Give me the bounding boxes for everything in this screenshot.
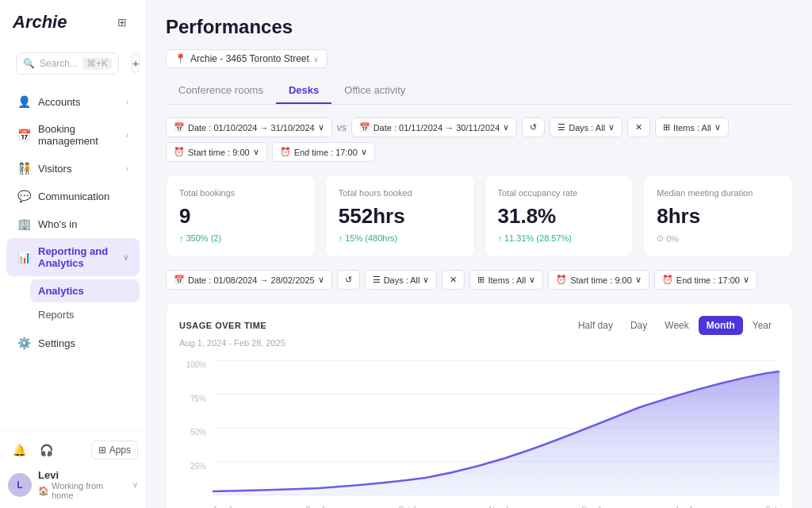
end-time-filter-bottom[interactable]: ⏰ End time : 17:00 ∨ [654,270,757,290]
accounts-icon: 👤 [17,95,30,108]
start-time-filter[interactable]: ⏰ Start time : 9:00 ∨ [166,142,267,162]
sidebar-bottom: 🔔 🎧 ⊞ Apps L Levi 🏠 Working from home ∨ [0,430,146,508]
x-axis: Aug 1 Sep 1 Oct 1 Nov 1 Dec 1 Jan 1 Feb [213,500,779,508]
tab-office[interactable]: Office activity [331,78,418,104]
chevron-icon: ∨ [635,275,642,285]
sidebar-item-visitors[interactable]: 🧑‍🤝‍🧑 Visitors › [6,155,140,182]
stats-grid: Total bookings 9 ↑ 350% (2) Total hours … [166,175,793,257]
stat-card-duration: Median meeting duration 8hrs ⊙ 0% [643,175,793,257]
stat-change: ↑ 350% (2) [179,233,302,243]
calendar-icon-2: 📅 [359,122,370,133]
stat-value: 8hrs [657,204,779,229]
x-label: Oct 1 [398,506,417,509]
month-btn[interactable]: Month [699,316,743,335]
chart-area: 100% 75% 50% 25% [179,360,779,508]
items-filter[interactable]: ⊞ Items : All ∨ [655,117,729,137]
refresh-filter-bottom[interactable]: ↺ [337,270,360,290]
calendar-icon: 📅 [174,275,185,285]
reset-filter-bottom[interactable]: ✕ [442,270,465,290]
add-button[interactable]: + [132,54,140,73]
sidebar-item-communication[interactable]: 💬 Communication [6,183,140,210]
stat-change: ↑ 11.31% (28.57%) [498,233,621,243]
sidebar-item-reporting[interactable]: 📊 Reporting and Analytics ∨ [6,238,140,276]
arrow-up-icon: ↑ [498,233,503,243]
location-text: Archie - 3465 Toronto Street [190,53,309,64]
x-label: Aug 1 [213,506,233,509]
date-filter-2[interactable]: 📅 Date : 01/11/2024 → 30/11/2024 ∨ [351,117,518,137]
chevron-icon: ∨ [361,147,367,157]
sidebar-item-label: Reporting and Analytics [38,245,115,269]
sidebar-item-accounts[interactable]: 👤 Accounts › [6,88,140,115]
stat-change: ↑ 15% (480hrs) [339,233,462,243]
stat-value: 552hrs [339,204,462,229]
bell-icon[interactable]: 🔔 [8,439,30,461]
chart-title: USAGE OVER TIME [179,321,266,330]
days-filter[interactable]: ☰ Days : All ∨ [550,117,622,137]
reset-filter[interactable]: ✕ [627,117,650,137]
search-placeholder: Search... [40,58,78,69]
week-btn[interactable]: Week [657,316,696,335]
chevron-icon: ∨ [423,275,429,285]
headset-icon[interactable]: 🎧 [35,439,57,461]
day-btn[interactable]: Day [622,316,655,335]
date-filter-bottom[interactable]: 📅 Date : 01/08/2024 → 28/02/2025 ∨ [166,270,332,290]
sidebar-nav: 👤 Accounts › 📅 Booking management › 🧑‍🤝‍… [0,83,146,430]
y-axis: 100% 75% 50% 25% [179,360,213,495]
tab-conference[interactable]: Conference rooms [166,78,276,104]
location-chevron-icon: ∨ [313,55,319,64]
list-icon: ☰ [557,122,565,133]
sidebar-item-reports[interactable]: Reports [30,303,140,326]
sidebar-item-label: Who's in [38,218,77,230]
avatar: L [8,473,32,497]
chevron-icon: › [126,164,128,173]
bottom-icons: 🔔 🎧 ⊞ Apps [8,439,138,461]
settings-icon: ⚙️ [17,337,30,349]
search-input[interactable]: 🔍 Search... ⌘+K [16,52,119,75]
x-label: Dec 1 [582,506,603,509]
x-label: Nov 1 [489,506,510,509]
booking-icon: 📅 [17,129,30,141]
chevron-icon: ∨ [253,147,259,157]
stat-card-occupancy: Total occupancy rate 31.8% ↑ 11.31% (28.… [485,175,634,257]
date-filter-1[interactable]: 📅 Date : 01/10/2024 → 31/10/2024 ∨ [166,117,332,137]
items-filter-bottom[interactable]: ⊞ Items : All ∨ [469,270,543,290]
main-body: 📅 Date : 01/10/2024 → 31/10/2024 ∨ vs 📅 … [147,105,812,508]
sidebar-item-settings[interactable]: ⚙️ Settings [6,329,140,356]
tab-desks[interactable]: Desks [276,78,331,104]
sidebar-item-whosin[interactable]: 🏢 Who's in [6,210,140,237]
location-badge[interactable]: 📍 Archie - 3465 Toronto Street ∨ [166,49,327,68]
location-pin-icon: 📍 [174,53,186,64]
stat-change: ⊙ 0% [657,233,779,244]
filter-row-bottom: 📅 Date : 01/08/2024 → 28/02/2025 ∨ ↺ ☰ D… [166,270,793,290]
sidebar-item-analytics[interactable]: Analytics [30,279,140,302]
filter-row-top: 📅 Date : 01/10/2024 → 31/10/2024 ∨ vs 📅 … [166,117,793,162]
x-label: Jan 1 [674,506,693,509]
communication-icon: 💬 [17,190,30,202]
refresh-filter[interactable]: ↺ [522,117,545,137]
sidebar-item-booking[interactable]: 📅 Booking management › [6,116,140,154]
apps-label: Apps [109,444,131,456]
y-label: 75% [190,394,206,403]
apps-button[interactable]: ⊞ Apps [91,441,138,460]
start-time-filter-bottom[interactable]: ⏰ Start time : 9:00 ∨ [548,270,649,290]
items-icon: ⊞ [477,275,485,285]
sidebar-item-label: Communication [38,190,109,202]
chevron-icon: ∨ [318,122,324,133]
shortcut-badge: ⌘+K [82,57,112,70]
stat-label: Total hours booked [339,188,462,198]
main-content: Performances 📍 Archie - 3465 Toronto Str… [147,0,812,508]
days-filter-bottom[interactable]: ☰ Days : All ∨ [365,270,438,290]
halfday-btn[interactable]: Half day [570,316,621,335]
year-btn[interactable]: Year [745,316,779,335]
layout-icon[interactable]: ⊞ [111,11,133,33]
y-label: 25% [190,462,206,471]
sidebar-item-label: Booking management [38,123,118,147]
user-row[interactable]: L Levi 🏠 Working from home ∨ [8,469,138,500]
chart-date-range: Aug 1, 2024 - Feb 28, 2025 [179,338,779,348]
stat-card-hours: Total hours booked 552hrs ↑ 15% (480hrs) [325,175,475,257]
stat-label: Total bookings [179,188,302,198]
chart-card: USAGE OVER TIME Half day Day Week Month … [166,302,793,508]
end-time-filter[interactable]: ⏰ End time : 17:00 ∨ [272,142,375,162]
clock-end-icon: ⏰ [662,275,673,285]
items-icon: ⊞ [663,122,670,133]
